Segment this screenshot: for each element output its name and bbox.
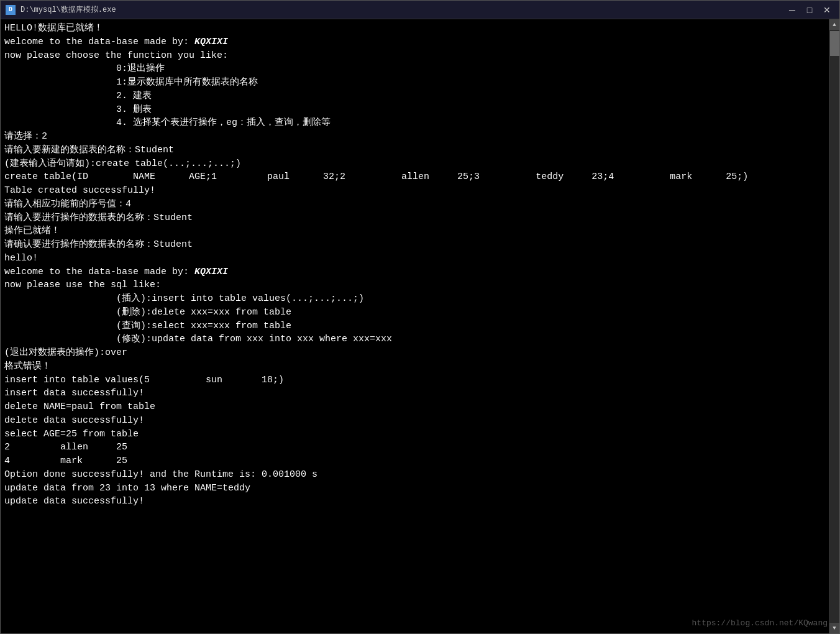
- terminal-line: 请输入相应功能前的序号值：4: [4, 198, 825, 211]
- terminal-line: (退出对数据表的操作):over: [4, 346, 825, 360]
- titlebar-left: D D:\mysql\数据库模拟.exe: [6, 4, 116, 15]
- terminal-line: 操作已就绪！: [4, 224, 825, 238]
- terminal-line: hello!: [4, 252, 825, 265]
- app-icon: D: [6, 5, 16, 15]
- scroll-down-arrow[interactable]: ▼: [829, 623, 840, 633]
- terminal-line: insert data successfully!: [4, 387, 825, 400]
- terminal-line: HELLO!数据库已就绪！: [4, 22, 825, 35]
- terminal-line: 2. 建表: [4, 90, 825, 103]
- terminal-line: 请输入要新建的数据表的名称：Student: [4, 144, 825, 157]
- titlebar: D D:\mysql\数据库模拟.exe ─ □ ✕: [1, 1, 839, 19]
- main-window: D D:\mysql\数据库模拟.exe ─ □ ✕ HELLO!数据库已就绪！…: [0, 0, 840, 634]
- bold-italic-text: KQXIXI: [194, 37, 228, 47]
- terminal-output[interactable]: HELLO!数据库已就绪！welcome to the data-base ma…: [1, 19, 829, 633]
- terminal-line: now please use the sql like:: [4, 278, 825, 292]
- terminal-line: 1:显示数据库中所有数据表的名称: [4, 76, 825, 90]
- terminal-line: Option done successfully! and the Runtim…: [4, 468, 825, 482]
- terminal-line: (修改):update data from xxx into xxx where…: [4, 333, 825, 346]
- terminal-line: (删除):delete xxx=xxx from table: [4, 306, 825, 319]
- minimize-button[interactable]: ─: [785, 4, 800, 16]
- terminal-line: welcome to the data-base made by: KQXIXI: [4, 265, 825, 279]
- terminal-line: update data from 23 into 13 where NAME=t…: [4, 482, 825, 495]
- terminal-line: create table(ID NAME AGE;1 paul 32;2 all…: [4, 170, 825, 184]
- terminal-line: 4. 选择某个表进行操作，eg：插入，查询，删除等: [4, 116, 825, 130]
- terminal-line: 格式错误！: [4, 360, 825, 374]
- scrollbar[interactable]: ▲ ▼: [829, 19, 839, 633]
- window-title: D:\mysql\数据库模拟.exe: [21, 4, 116, 15]
- terminal-line: now please choose the function you like:: [4, 49, 825, 63]
- terminal-line: (插入):insert into table values(...;...;..…: [4, 292, 825, 306]
- terminal-line: 请选择：2: [4, 130, 825, 144]
- terminal-line: 2 allen 25: [4, 441, 825, 454]
- terminal-line: 3. 删表: [4, 103, 825, 117]
- scroll-thumb[interactable]: [830, 31, 839, 56]
- terminal-line: 0:退出操作: [4, 62, 825, 76]
- bold-italic-text: KQXIXI: [194, 267, 228, 277]
- terminal-line: 请确认要进行操作的数据表的名称：Student: [4, 238, 825, 252]
- terminal-line: delete data successfully!: [4, 414, 825, 428]
- terminal-line: update data successfully!: [4, 495, 825, 508]
- window-controls[interactable]: ─ □ ✕: [785, 4, 834, 16]
- watermark: https://blog.csdn.net/KQwang: [692, 618, 828, 628]
- terminal-line: delete NAME=paul from table: [4, 400, 825, 414]
- terminal-line: Table created successfully!: [4, 184, 825, 198]
- terminal-line: insert into table values(5 sun 18;): [4, 374, 825, 387]
- restore-button[interactable]: □: [802, 4, 817, 16]
- terminal-line: 4 mark 25: [4, 454, 825, 468]
- terminal-line: select AGE=25 from table: [4, 428, 825, 441]
- content-area: HELLO!数据库已就绪！welcome to the data-base ma…: [1, 19, 839, 633]
- terminal-line: (建表输入语句请如):create table(...;...;...;): [4, 157, 825, 171]
- scroll-up-arrow[interactable]: ▲: [829, 19, 840, 30]
- terminal-line: (查询):select xxx=xxx from table: [4, 319, 825, 333]
- close-button[interactable]: ✕: [819, 4, 834, 16]
- terminal-line: welcome to the data-base made by: KQXIXI: [4, 35, 825, 49]
- terminal-line: 请输入要进行操作的数据表的名称：Student: [4, 211, 825, 225]
- scroll-track[interactable]: [829, 30, 839, 623]
